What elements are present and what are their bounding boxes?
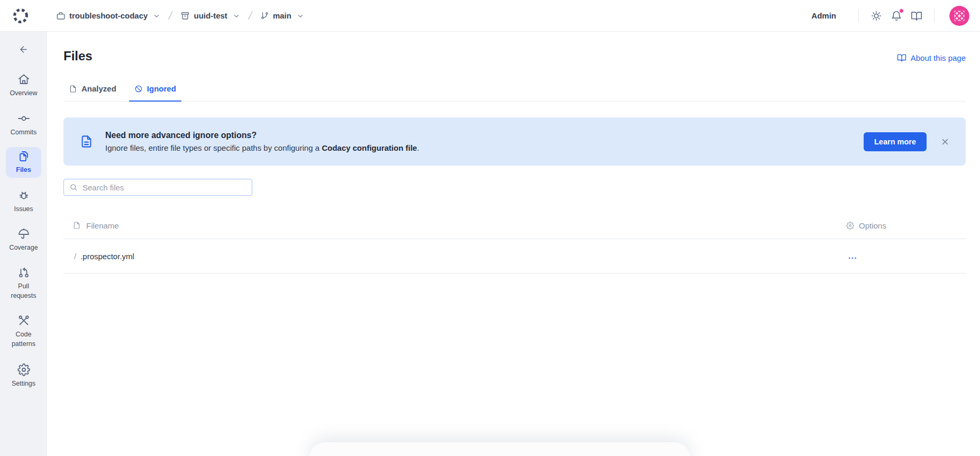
gear-icon: [17, 363, 30, 376]
chevron-down-icon: [233, 12, 240, 20]
file-icon: [72, 221, 81, 230]
column-header-label: Filename: [86, 221, 119, 230]
close-icon: [940, 137, 950, 147]
sun-icon: [871, 10, 882, 22]
topbar-divider: [934, 9, 935, 23]
banner-close-button[interactable]: [938, 135, 952, 149]
sidebar-item-code-patterns[interactable]: Code patterns: [0, 314, 47, 349]
sidebar-item-label: Pull requests: [5, 281, 43, 300]
banner-title: Need more advanced ignore options?: [105, 131, 864, 140]
banner-body-bold: Codacy configuration file: [322, 143, 417, 152]
file-icon: [69, 85, 77, 93]
column-header-options: Options: [846, 221, 966, 230]
sidebar-item-pull-requests[interactable]: Pull requests: [0, 266, 47, 300]
umbrella-icon: [17, 227, 30, 240]
files-tabs: Analyzed Ignored: [63, 84, 966, 102]
gear-icon: [846, 222, 854, 230]
path-prefix: /: [74, 252, 76, 261]
breadcrumb-repository[interactable]: uuid-test: [180, 11, 240, 21]
column-header-filename: Filename: [63, 221, 846, 230]
sidebar: Overview Commits Files Issues Coverage: [0, 32, 47, 456]
about-this-page-label: About this page: [911, 53, 966, 62]
banner-body-suffix: .: [417, 143, 419, 152]
user-avatar[interactable]: [949, 6, 969, 26]
collapse-sidebar-button[interactable]: [0, 44, 47, 54]
breadcrumb-separator: /: [168, 9, 174, 23]
breadcrumb-repository-label: uuid-test: [194, 11, 227, 20]
chevron-down-icon: [297, 12, 304, 20]
search-files-input[interactable]: [83, 183, 246, 192]
tab-ignored-label: Ignored: [147, 84, 176, 93]
sidebar-item-coverage[interactable]: Coverage: [0, 227, 47, 252]
sidebar-item-label: Overview: [10, 88, 37, 98]
learn-more-button[interactable]: Learn more: [864, 132, 927, 151]
filename-link[interactable]: .prospector.yml: [80, 252, 134, 261]
banner-body-prefix: Ignore files, entire file types or speci…: [105, 143, 322, 152]
tab-analyzed[interactable]: Analyzed: [63, 84, 122, 102]
files-icon: [17, 150, 30, 162]
ignore-options-banner: Need more advanced ignore options? Ignor…: [63, 117, 966, 166]
sidebar-item-overview[interactable]: Overview: [0, 73, 47, 98]
theme-toggle-button[interactable]: [866, 8, 886, 24]
notification-dot: [899, 8, 904, 13]
home-icon: [17, 73, 30, 86]
docs-button[interactable]: [906, 8, 927, 24]
main-content: Files About this page Analyzed Ignored: [47, 32, 980, 456]
repository-icon: [180, 11, 190, 21]
admin-nav-link[interactable]: Admin: [811, 11, 836, 20]
sidebar-item-label: Settings: [12, 379, 35, 388]
breadcrumb-branch[interactable]: main: [260, 11, 304, 20]
sidebar-item-label: Code patterns: [5, 330, 43, 349]
breadcrumb-organization-label: troubleshoot-codacy: [69, 11, 148, 20]
arrow-left-icon: [19, 44, 29, 54]
search-icon: [69, 183, 78, 191]
options-cell: ...: [846, 251, 966, 261]
chevron-down-icon: [153, 12, 160, 20]
topbar-actions: Admin: [811, 6, 969, 26]
ban-icon: [134, 85, 143, 93]
tab-ignored[interactable]: Ignored: [129, 84, 181, 102]
row-options-menu-button[interactable]: ...: [846, 251, 859, 260]
code-patterns-icon: [17, 314, 30, 327]
sidebar-item-label: Issues: [14, 204, 33, 214]
sidebar-item-label: Coverage: [9, 243, 38, 252]
book-open-icon: [911, 10, 922, 22]
codacy-logo[interactable]: [12, 7, 30, 25]
book-open-icon: [897, 53, 906, 62]
bug-icon: [17, 189, 30, 202]
organization-icon: [56, 11, 66, 21]
breadcrumb-separator: /: [247, 9, 253, 23]
topbar-divider: [858, 9, 859, 23]
tab-analyzed-label: Analyzed: [81, 84, 116, 93]
bottom-sheet-shadow: [309, 442, 690, 456]
sidebar-item-label: Commits: [11, 127, 36, 137]
sidebar-item-label: Files: [16, 165, 31, 175]
sidebar-item-commits[interactable]: Commits: [0, 112, 47, 137]
sidebar-item-files[interactable]: Files: [6, 147, 41, 178]
breadcrumb-branch-label: main: [273, 11, 291, 20]
file-text-icon: [79, 134, 94, 149]
pull-request-icon: [17, 266, 30, 279]
banner-text: Need more advanced ignore options? Ignor…: [105, 131, 864, 152]
notifications-button[interactable]: [886, 8, 906, 24]
sidebar-item-settings[interactable]: Settings: [0, 363, 47, 388]
table-row: / .prospector.yml ...: [63, 239, 966, 273]
table-header: Filename Options: [63, 212, 966, 239]
column-header-label: Options: [859, 221, 886, 230]
sidebar-item-issues[interactable]: Issues: [0, 189, 47, 214]
filename-cell: / .prospector.yml: [63, 252, 846, 261]
top-bar: troubleshoot-codacy / uuid-test / main: [0, 0, 980, 32]
breadcrumb-organization[interactable]: troubleshoot-codacy: [56, 11, 160, 21]
commit-icon: [17, 112, 30, 125]
page-title: Files: [63, 49, 93, 63]
codacy-logo-icon: [12, 7, 30, 25]
about-this-page-link[interactable]: About this page: [897, 53, 966, 62]
banner-body: Ignore files, entire file types or speci…: [105, 143, 864, 152]
ignored-files-table: Filename Options / .prospector.yml ...: [63, 212, 966, 273]
search-files-box: [63, 179, 252, 196]
avatar-identicon: [949, 6, 969, 26]
branch-icon: [260, 11, 269, 20]
